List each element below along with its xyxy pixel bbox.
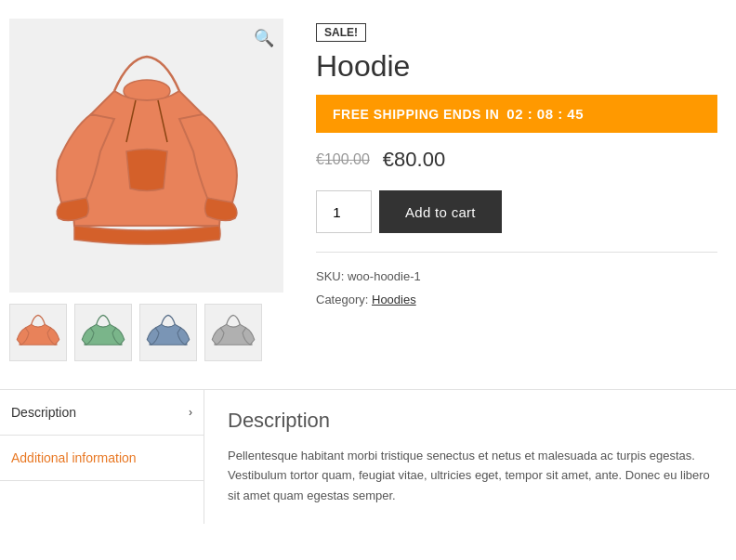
thumbnail-row [9,304,288,361]
thumbnail-1[interactable] [9,304,67,361]
thumbnail-3[interactable] [139,304,197,361]
hoodie-illustration [45,40,249,272]
category-label: Category: [316,293,368,306]
thumbnail-4[interactable] [204,304,262,361]
shipping-text: FREE SHIPPING ENDS IN [333,107,499,122]
main-product-image: 🔍 [9,19,283,293]
add-to-cart-row: Add to cart [316,190,717,233]
tab-description[interactable]: Description › [0,390,204,436]
main-content-area: Description Pellentesque habitant morbi … [204,390,736,524]
product-details-section: SALE! Hoodie FREE SHIPPING ENDS IN 02 : … [316,19,717,361]
sku-value: woo-hoodie-1 [348,269,421,283]
thumbnail-2[interactable] [74,304,132,361]
tab-description-arrow: › [189,406,192,419]
price-current: €80.00 [383,148,445,172]
description-heading: Description [228,409,713,433]
sku-label: SKU: [316,269,344,283]
tab-additional-label: Additional information [11,450,137,465]
price-original: €100.00 [316,151,370,168]
bottom-section: Description › Additional information Des… [0,389,736,524]
product-title: Hoodie [316,49,717,84]
category-link[interactable]: Hoodies [372,293,416,306]
sku-line: SKU: woo-hoodie-1 [316,266,717,289]
pricing-section: €100.00 €80.00 [316,148,717,172]
shipping-banner: FREE SHIPPING ENDS IN 02 : 08 : 45 [316,95,717,133]
category-line: Category: Hoodies [316,289,717,312]
tab-description-label: Description [11,405,76,420]
sidebar-tabs: Description › Additional information [0,390,204,524]
product-images-section: 🔍 [9,19,288,361]
product-meta: SKU: woo-hoodie-1 Category: Hoodies [316,252,717,311]
sale-badge: SALE! [316,23,366,42]
quantity-input[interactable] [316,190,372,233]
description-body: Pellentesque habitant morbi tristique se… [228,446,713,505]
zoom-icon[interactable]: 🔍 [254,28,274,48]
tab-additional-information[interactable]: Additional information [0,436,204,481]
shipping-timer: 02 : 08 : 45 [506,106,584,122]
add-to-cart-button[interactable]: Add to cart [379,190,502,233]
